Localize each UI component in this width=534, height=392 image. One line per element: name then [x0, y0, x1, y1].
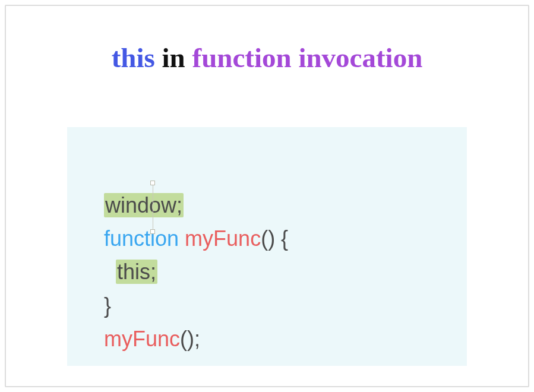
slide-title: this in function invocation — [6, 43, 528, 74]
identifier-myfunc-call: myFunc — [104, 327, 180, 351]
title-word-fn: function invocation — [192, 42, 423, 73]
slide-frame: this in function invocation window;funct… — [5, 5, 529, 387]
code-line-1: window; — [104, 189, 449, 222]
code-line-5: myFunc(); — [104, 323, 449, 356]
code-block: window;function myFunc() { this;}myFunc(… — [104, 156, 449, 392]
code-line-3: this; — [104, 255, 449, 289]
identifier-myfunc: myFunc — [185, 226, 261, 251]
code-panel: window;function myFunc() { this;}myFunc(… — [67, 127, 467, 366]
title-word-this: this — [112, 42, 155, 73]
code-text: (); — [180, 327, 200, 351]
code-line-4: } — [104, 289, 449, 323]
code-line-2: function myFunc() { — [104, 222, 449, 255]
title-word-in: in — [162, 42, 185, 73]
highlight-window: window; — [104, 193, 184, 217]
code-indent — [104, 260, 116, 284]
highlight-this: this; — [116, 260, 157, 284]
code-text: () { — [261, 226, 288, 251]
keyword-function: function — [104, 226, 179, 251]
connector-handle-top — [150, 181, 155, 185]
code-space — [179, 226, 185, 251]
